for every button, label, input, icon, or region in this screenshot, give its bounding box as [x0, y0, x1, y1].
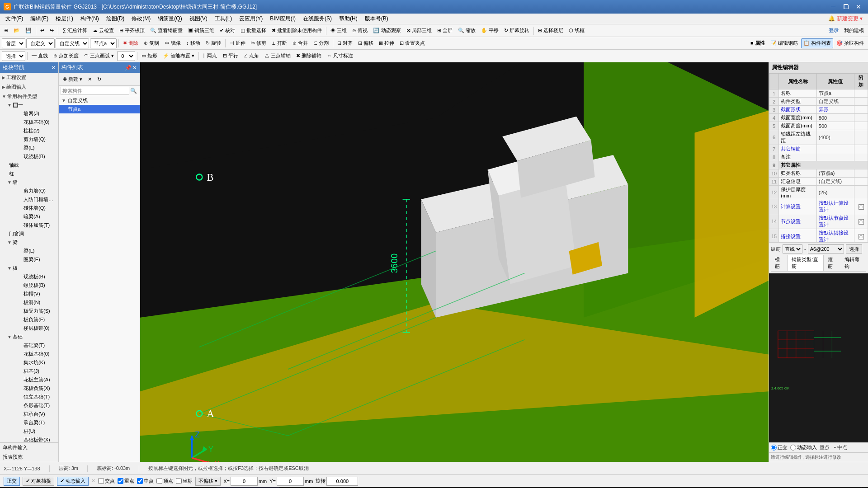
rotate-button[interactable]: ↻ 旋转: [203, 38, 223, 48]
rebar-tab-edit-hook[interactable]: 编辑弯钩: [840, 255, 866, 271]
prop-val-cell[interactable]: (自定义线): [816, 178, 854, 186]
redo-button[interactable]: ↪: [47, 26, 56, 36]
nav-shear-wall[interactable]: 剪力墙(Q): [13, 135, 58, 144]
endpoint-check[interactable]: 重点: [118, 478, 134, 484]
prop-name-cell[interactable]: 节点设置: [779, 214, 817, 229]
menu-modify[interactable]: 修改(M): [128, 14, 154, 23]
prop-val-cell[interactable]: 自定义线: [816, 98, 854, 106]
point-add-length-button[interactable]: ⊕ 点加长度: [51, 51, 81, 61]
rebar-tab-stirrup[interactable]: 箍筋: [824, 255, 840, 271]
ortho-mode[interactable]: 正交: [771, 444, 788, 451]
nav-slab-hole[interactable]: 板洞(N): [13, 298, 58, 307]
smart-place-button[interactable]: ⚡ 智能布置 ▾: [160, 51, 197, 61]
prop-name-cell[interactable]: 计算设置: [779, 199, 817, 214]
top-view-button[interactable]: ⊙ 俯视: [350, 26, 370, 36]
my-build-button[interactable]: 我的建模: [842, 26, 866, 36]
nav-masonry-wall[interactable]: 碰体墙(Q): [13, 204, 58, 212]
nav-pile-cap[interactable]: 桩承台(V): [13, 410, 58, 418]
menu-rebar-qty[interactable]: 钢筋量(Q): [154, 14, 185, 23]
nav-dark-beam[interactable]: 暗梁(A): [13, 212, 58, 221]
prop-val-cell[interactable]: 节点a: [816, 89, 854, 98]
restore-button[interactable]: ⧠: [840, 2, 852, 12]
prop-cb-cell[interactable]: □: [854, 199, 868, 214]
parallel-aux-button[interactable]: ⊟ 平行: [221, 51, 241, 61]
wireframe-button[interactable]: ⬡ 线框: [566, 26, 587, 36]
arc-num-dropdown[interactable]: 0: [117, 51, 135, 61]
nav-slab-rebar[interactable]: 板受力筋(S): [13, 307, 58, 315]
close-button[interactable]: ✕: [853, 2, 864, 12]
prop-cb-cell[interactable]: □: [854, 214, 868, 229]
prop-val-cell[interactable]: (25): [816, 186, 854, 199]
viewport[interactable]: 3600 B A Z Y: [140, 62, 769, 462]
nav-cap-beam[interactable]: 承台梁(T): [13, 418, 58, 427]
menu-edit[interactable]: 编辑(E): [27, 14, 52, 23]
point-angle-aux-button[interactable]: ∠ 点角: [241, 51, 261, 61]
line-button[interactable]: ━ 直线: [29, 51, 50, 61]
prop-val-cell[interactable]: 800: [816, 114, 854, 122]
vertex-check[interactable]: 顶点: [156, 478, 173, 484]
y-input[interactable]: [277, 477, 304, 486]
zoom-button[interactable]: 🔍 缩放: [456, 26, 478, 36]
no-offset-button[interactable]: 不偏移 ▾: [195, 477, 221, 486]
delete-button[interactable]: ✖ 删除: [121, 38, 141, 48]
prop-checkbox[interactable]: □: [859, 234, 864, 239]
flat-top-button[interactable]: ⊟ 平齐板顶: [117, 26, 147, 36]
nav-common-header[interactable]: ▼ 常用构件类型: [0, 92, 58, 101]
comp-delete-button[interactable]: ✕: [85, 74, 94, 84]
batch-delete-button[interactable]: ✖ 批量删除未使用构件: [269, 26, 324, 36]
nav-door-window[interactable]: 门窗洞: [4, 230, 58, 238]
dynamic-obs-button[interactable]: 🔄 动态观察: [371, 26, 403, 36]
3d-button[interactable]: ◈ 三维: [328, 26, 349, 36]
select-mode-dropdown[interactable]: 选择: [2, 51, 25, 61]
split-button[interactable]: ⊂ 分割: [311, 38, 331, 48]
prop-name-cell[interactable]: 搭接设置: [779, 229, 817, 243]
nav-raft[interactable]: 花板基础(0): [13, 350, 58, 358]
prop-checkbox[interactable]: □: [859, 219, 864, 225]
comp-tree-node-a[interactable]: 节点a: [59, 105, 140, 113]
minimize-button[interactable]: ─: [827, 2, 839, 12]
fullscreen-button[interactable]: ⊞ 全屏: [435, 26, 455, 36]
menu-tools[interactable]: 工具(L): [211, 14, 236, 23]
nav-slab-band[interactable]: 楼层板带(0): [13, 324, 58, 333]
pick-comp-tab[interactable]: 🎯 拾取构件: [834, 38, 866, 48]
rebar-tab-cross[interactable]: 横筋: [771, 255, 788, 271]
object-snap-button[interactable]: ✔ 对象捕捉: [23, 477, 54, 486]
prop-name-cell[interactable]: 其它钢筋: [779, 145, 817, 153]
menu-floor[interactable]: 楼层(L): [52, 14, 77, 23]
prop-val-cell[interactable]: (节点a): [816, 169, 854, 178]
stretch-button[interactable]: ⊠ 拉伸: [377, 38, 396, 48]
comp-list-close[interactable]: ✕: [132, 65, 137, 71]
prop-val-cell[interactable]: 按默认计算设置计: [816, 199, 854, 214]
ortho-button[interactable]: 正交: [4, 477, 20, 486]
vertex-cb[interactable]: [156, 478, 162, 484]
align-button[interactable]: ⊟ 对齐: [335, 38, 355, 48]
nav-masonry-rebar[interactable]: 碰体加筋(T): [13, 221, 58, 230]
search-icon[interactable]: 🔍: [129, 88, 138, 94]
menu-cloud-app[interactable]: 云应用(Y): [236, 14, 266, 23]
nav-col-cap[interactable]: 柱帽(V): [13, 290, 58, 298]
view-rebar-button[interactable]: 🔍 查看钢筋量: [148, 26, 185, 36]
nav-slab-found[interactable]: 花板基础(0): [13, 118, 58, 127]
nav-civil-def-wall[interactable]: 人防门框墙(RF): [13, 195, 58, 204]
nav-col2[interactable]: 柱: [4, 169, 58, 178]
three-point-arc-button[interactable]: ◠ 三点画弧 ▾: [82, 51, 116, 61]
three-point-aux-button[interactable]: △ 三点辅轴: [262, 51, 293, 61]
nav-wall-net[interactable]: 墙网(J): [13, 109, 58, 118]
menu-view[interactable]: 视图(V): [186, 14, 211, 23]
nav-panel-controls[interactable]: ✕: [51, 65, 56, 71]
report-preview[interactable]: 报表预览: [0, 452, 58, 462]
menu-bim-app[interactable]: BIM应用(I): [266, 14, 299, 23]
comp-new-button[interactable]: ✚ 新建 ▾: [61, 74, 85, 84]
rebar-spec-dropdown[interactable]: A6@200: [808, 244, 844, 253]
prop-val-cell[interactable]: 500: [816, 122, 854, 130]
nav-ring-beam[interactable]: 圈梁(E): [13, 255, 58, 264]
dynamic-radio[interactable]: [790, 445, 796, 450]
comp-list-pin[interactable]: 📌: [125, 65, 132, 71]
nav-cast-slab[interactable]: 现浇板(B): [13, 152, 58, 161]
menu-file[interactable]: 文件(F): [2, 14, 27, 23]
nav-wall-expand[interactable]: ▼ 🔲 一: [4, 101, 58, 109]
rebar-type-dropdown[interactable]: 直线: [783, 244, 802, 253]
prop-checkbox[interactable]: □: [859, 204, 864, 210]
nav-found-beam[interactable]: 基础梁(T): [13, 341, 58, 350]
midpoint-cb[interactable]: [137, 478, 143, 484]
